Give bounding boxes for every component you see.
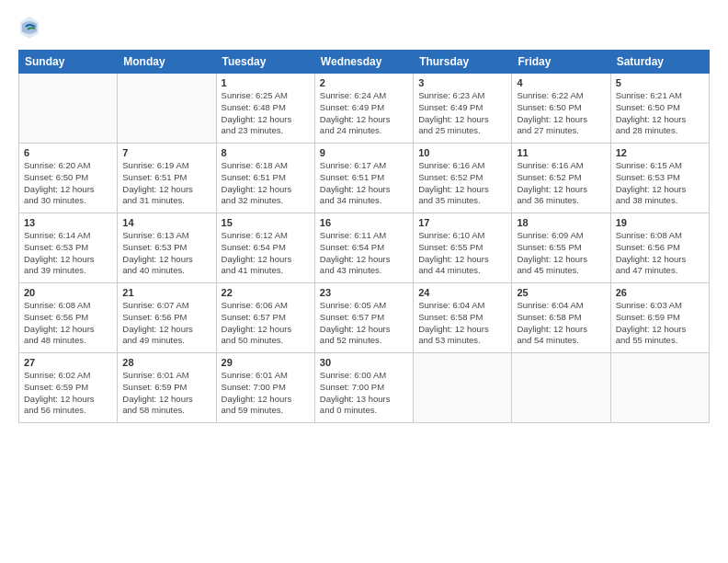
day-number: 28 (122, 357, 210, 368)
day-info: Sunrise: 6:10 AM Sunset: 6:55 PM Dayligh… (418, 230, 506, 277)
day-cell: 5Sunrise: 6:21 AM Sunset: 6:50 PM Daylig… (610, 74, 709, 144)
day-number: 5 (616, 77, 704, 88)
day-cell: 12Sunrise: 6:15 AM Sunset: 6:53 PM Dayli… (610, 144, 709, 213)
day-cell: 4Sunrise: 6:22 AM Sunset: 6:50 PM Daylig… (512, 74, 610, 144)
header-friday: Friday (512, 51, 610, 74)
day-info: Sunrise: 6:19 AM Sunset: 6:51 PM Dayligh… (122, 160, 210, 207)
day-number: 19 (616, 217, 704, 228)
day-info: Sunrise: 6:16 AM Sunset: 6:52 PM Dayligh… (517, 160, 605, 207)
header-wednesday: Wednesday (314, 51, 413, 74)
header-tuesday: Tuesday (216, 51, 314, 74)
day-cell: 6Sunrise: 6:20 AM Sunset: 6:50 PM Daylig… (19, 144, 118, 213)
day-number: 22 (222, 287, 310, 298)
day-number: 1 (222, 77, 310, 88)
day-cell (414, 353, 512, 423)
header-monday: Monday (118, 51, 216, 74)
day-number: 11 (517, 147, 605, 158)
week-row-5: 27Sunrise: 6:02 AM Sunset: 6:59 PM Dayli… (19, 353, 710, 423)
day-info: Sunrise: 6:23 AM Sunset: 6:49 PM Dayligh… (418, 90, 506, 137)
week-row-2: 6Sunrise: 6:20 AM Sunset: 6:50 PM Daylig… (19, 144, 710, 213)
day-info: Sunrise: 6:09 AM Sunset: 6:55 PM Dayligh… (517, 230, 605, 277)
day-cell: 22Sunrise: 6:06 AM Sunset: 6:57 PM Dayli… (216, 283, 314, 353)
week-row-4: 20Sunrise: 6:08 AM Sunset: 6:56 PM Dayli… (19, 283, 710, 353)
day-info: Sunrise: 6:05 AM Sunset: 6:57 PM Dayligh… (320, 300, 408, 347)
day-cell (610, 353, 709, 423)
day-cell: 20Sunrise: 6:08 AM Sunset: 6:56 PM Dayli… (19, 283, 118, 353)
day-cell: 29Sunrise: 6:01 AM Sunset: 7:00 PM Dayli… (216, 353, 314, 423)
day-number: 23 (320, 287, 408, 298)
day-cell: 3Sunrise: 6:23 AM Sunset: 6:49 PM Daylig… (414, 74, 512, 144)
day-cell: 26Sunrise: 6:03 AM Sunset: 6:59 PM Dayli… (610, 283, 709, 353)
page: SundayMondayTuesdayWednesdayThursdayFrid… (0, 0, 728, 563)
day-info: Sunrise: 6:16 AM Sunset: 6:52 PM Dayligh… (418, 160, 506, 207)
day-cell: 14Sunrise: 6:13 AM Sunset: 6:53 PM Dayli… (118, 213, 216, 283)
day-info: Sunrise: 6:11 AM Sunset: 6:54 PM Dayligh… (320, 230, 408, 277)
day-cell: 24Sunrise: 6:04 AM Sunset: 6:58 PM Dayli… (414, 283, 512, 353)
day-info: Sunrise: 6:08 AM Sunset: 6:56 PM Dayligh… (616, 230, 704, 277)
day-number: 29 (222, 357, 310, 368)
day-info: Sunrise: 6:08 AM Sunset: 6:56 PM Dayligh… (24, 300, 112, 347)
day-number: 2 (320, 77, 408, 88)
day-info: Sunrise: 6:18 AM Sunset: 6:51 PM Dayligh… (222, 160, 310, 207)
day-number: 3 (418, 77, 506, 88)
calendar-header-row: SundayMondayTuesdayWednesdayThursdayFrid… (19, 51, 710, 74)
week-row-3: 13Sunrise: 6:14 AM Sunset: 6:53 PM Dayli… (19, 213, 710, 283)
header-sunday: Sunday (19, 51, 118, 74)
day-info: Sunrise: 6:00 AM Sunset: 7:00 PM Dayligh… (320, 370, 408, 417)
day-number: 13 (24, 217, 112, 228)
day-number: 15 (222, 217, 310, 228)
day-cell: 10Sunrise: 6:16 AM Sunset: 6:52 PM Dayli… (414, 144, 512, 213)
day-info: Sunrise: 6:03 AM Sunset: 6:59 PM Dayligh… (616, 300, 704, 347)
day-number: 30 (320, 357, 408, 368)
day-number: 24 (418, 287, 506, 298)
day-cell: 7Sunrise: 6:19 AM Sunset: 6:51 PM Daylig… (118, 144, 216, 213)
day-info: Sunrise: 6:01 AM Sunset: 7:00 PM Dayligh… (222, 370, 310, 417)
day-number: 16 (320, 217, 408, 228)
day-info: Sunrise: 6:01 AM Sunset: 6:59 PM Dayligh… (122, 370, 210, 417)
day-info: Sunrise: 6:21 AM Sunset: 6:50 PM Dayligh… (616, 90, 704, 137)
day-cell: 2Sunrise: 6:24 AM Sunset: 6:49 PM Daylig… (314, 74, 413, 144)
day-number: 14 (122, 217, 210, 228)
day-info: Sunrise: 6:14 AM Sunset: 6:53 PM Dayligh… (24, 230, 112, 277)
day-cell: 19Sunrise: 6:08 AM Sunset: 6:56 PM Dayli… (610, 213, 709, 283)
day-info: Sunrise: 6:07 AM Sunset: 6:56 PM Dayligh… (122, 300, 210, 347)
logo-icon (18, 15, 40, 40)
day-number: 27 (24, 357, 112, 368)
day-number: 4 (517, 77, 605, 88)
day-info: Sunrise: 6:17 AM Sunset: 6:51 PM Dayligh… (320, 160, 408, 207)
day-number: 20 (24, 287, 112, 298)
week-row-1: 1Sunrise: 6:25 AM Sunset: 6:48 PM Daylig… (19, 74, 710, 144)
day-number: 12 (616, 147, 704, 158)
day-info: Sunrise: 6:24 AM Sunset: 6:49 PM Dayligh… (320, 90, 408, 137)
day-cell: 17Sunrise: 6:10 AM Sunset: 6:55 PM Dayli… (414, 213, 512, 283)
day-info: Sunrise: 6:15 AM Sunset: 6:53 PM Dayligh… (616, 160, 704, 207)
day-cell: 30Sunrise: 6:00 AM Sunset: 7:00 PM Dayli… (314, 353, 413, 423)
day-number: 10 (418, 147, 506, 158)
day-info: Sunrise: 6:13 AM Sunset: 6:53 PM Dayligh… (122, 230, 210, 277)
calendar: SundayMondayTuesdayWednesdayThursdayFrid… (18, 50, 710, 423)
day-info: Sunrise: 6:04 AM Sunset: 6:58 PM Dayligh… (418, 300, 506, 347)
day-cell: 11Sunrise: 6:16 AM Sunset: 6:52 PM Dayli… (512, 144, 610, 213)
day-cell: 23Sunrise: 6:05 AM Sunset: 6:57 PM Dayli… (314, 283, 413, 353)
day-info: Sunrise: 6:20 AM Sunset: 6:50 PM Dayligh… (24, 160, 112, 207)
header-thursday: Thursday (414, 51, 512, 74)
day-info: Sunrise: 6:25 AM Sunset: 6:48 PM Dayligh… (222, 90, 310, 137)
day-cell (512, 353, 610, 423)
day-info: Sunrise: 6:02 AM Sunset: 6:59 PM Dayligh… (24, 370, 112, 417)
day-number: 17 (418, 217, 506, 228)
day-info: Sunrise: 6:22 AM Sunset: 6:50 PM Dayligh… (517, 90, 605, 137)
day-cell (118, 74, 216, 144)
day-number: 25 (517, 287, 605, 298)
day-info: Sunrise: 6:12 AM Sunset: 6:54 PM Dayligh… (222, 230, 310, 277)
day-cell: 1Sunrise: 6:25 AM Sunset: 6:48 PM Daylig… (216, 74, 314, 144)
day-number: 8 (222, 147, 310, 158)
day-cell: 16Sunrise: 6:11 AM Sunset: 6:54 PM Dayli… (314, 213, 413, 283)
day-number: 18 (517, 217, 605, 228)
day-number: 26 (616, 287, 704, 298)
day-cell: 28Sunrise: 6:01 AM Sunset: 6:59 PM Dayli… (118, 353, 216, 423)
day-info: Sunrise: 6:06 AM Sunset: 6:57 PM Dayligh… (222, 300, 310, 347)
day-cell: 8Sunrise: 6:18 AM Sunset: 6:51 PM Daylig… (216, 144, 314, 213)
day-cell: 21Sunrise: 6:07 AM Sunset: 6:56 PM Dayli… (118, 283, 216, 353)
day-number: 21 (122, 287, 210, 298)
header-saturday: Saturday (610, 51, 709, 74)
